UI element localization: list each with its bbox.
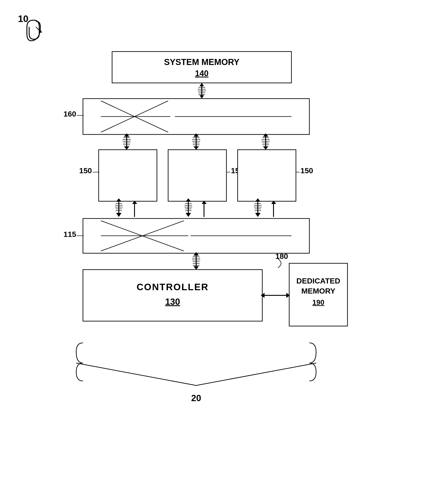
sub-box-2 (168, 150, 226, 201)
svg-marker-69 (255, 213, 260, 217)
svg-marker-5 (200, 83, 204, 86)
svg-text:180: 180 (275, 252, 288, 260)
svg-text:115: 115 (63, 230, 76, 238)
sub-box-3 (238, 150, 296, 201)
svg-marker-49 (116, 213, 122, 217)
svg-line-103 (196, 363, 316, 385)
svg-text:20: 20 (191, 393, 201, 403)
svg-marker-59 (185, 213, 191, 217)
svg-marker-6 (200, 95, 204, 99)
svg-marker-20 (124, 146, 129, 150)
svg-marker-36 (263, 146, 268, 150)
svg-text:160: 160 (63, 109, 76, 118)
main-diagram: SYSTEM MEMORY 140 160 150 (0, 0, 445, 504)
svg-text:DEDICATED: DEDICATED (296, 277, 340, 285)
sub-box-1 (99, 150, 157, 201)
svg-line-102 (76, 363, 196, 385)
svg-text:140: 140 (195, 69, 208, 78)
svg-marker-28 (193, 146, 199, 150)
svg-text:CONTROLLER: CONTROLLER (136, 282, 209, 292)
svg-text:150: 150 (79, 166, 92, 175)
svg-text:150: 150 (300, 166, 313, 175)
controller-box (83, 270, 262, 321)
system-memory-box (112, 52, 291, 83)
svg-text:130: 130 (165, 297, 180, 306)
svg-marker-86 (193, 266, 199, 270)
svg-text:190: 190 (312, 298, 324, 306)
svg-text:MEMORY: MEMORY (301, 287, 335, 295)
svg-text:SYSTEM  MEMORY: SYSTEM MEMORY (164, 57, 240, 67)
